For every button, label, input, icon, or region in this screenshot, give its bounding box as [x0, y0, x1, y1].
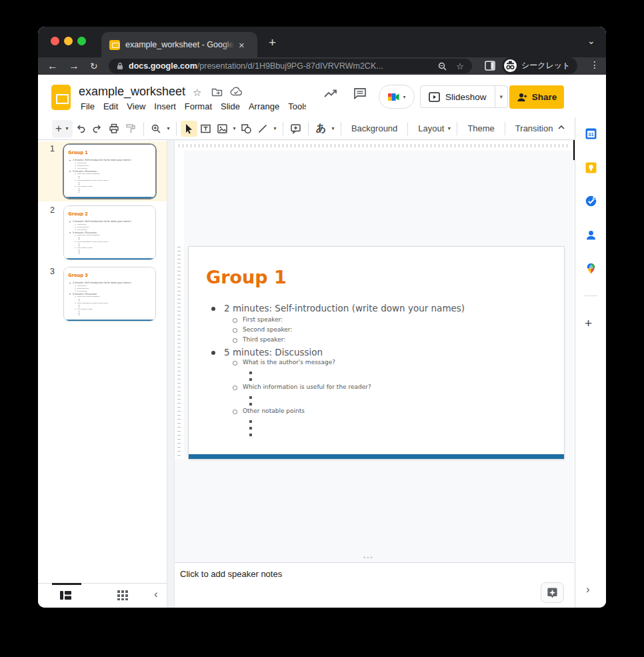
document-title[interactable]: example_worksheet — [79, 85, 185, 99]
spark-shield-icon — [546, 586, 559, 599]
close-window-button[interactable] — [51, 37, 59, 45]
zoom-window-button[interactable] — [77, 37, 86, 45]
incognito-badge: シークレット — [502, 57, 577, 74]
slide-bullet-level1[interactable]: 2 minutes: Self-introduction (write down… — [224, 303, 465, 313]
slideshow-button[interactable]: Slideshow ▾ — [420, 85, 508, 108]
zoom-page-icon[interactable] — [438, 62, 447, 71]
grid-view-button[interactable] — [117, 590, 128, 600]
slide-thumbnail-3[interactable]: Group 3 2 minutes: Self-introduction (wr… — [64, 267, 155, 321]
comment-history-icon[interactable] — [353, 87, 367, 99]
new-slide-caret-icon[interactable]: ▾ — [63, 125, 71, 131]
forward-button[interactable]: → — [69, 58, 79, 74]
menu-tools[interactable]: Tools — [288, 101, 306, 111]
new-tab-button[interactable]: + — [269, 35, 276, 50]
layout-button[interactable]: Layout — [412, 123, 445, 133]
zoom-caret-icon[interactable]: ▾ — [165, 125, 172, 131]
redo-button[interactable] — [89, 121, 106, 137]
menu-edit[interactable]: Edit — [103, 101, 118, 111]
speaker-notes-placeholder[interactable]: Click to add speaker notes — [180, 569, 282, 579]
menu-arrange[interactable]: Arrange — [249, 101, 279, 111]
filmstrip-row-1[interactable]: 1 Group 1 2 minutes: Self-introduction (… — [38, 141, 167, 201]
meet-button[interactable]: ▾ — [379, 85, 415, 109]
gemini-notes-button[interactable] — [541, 582, 564, 603]
get-addons-button[interactable]: + — [585, 316, 592, 331]
slide-bullet-level2[interactable]: Which information is useful for the read… — [243, 384, 371, 390]
slide-thumbnail-2[interactable]: Group 2 2 minutes: Self-introduction (wr… — [64, 206, 155, 259]
calendar-icon[interactable]: 31 — [585, 128, 597, 139]
current-slide[interactable]: Group 1 2 minutes: Self-introduction (wr… — [189, 247, 564, 459]
speaker-notes[interactable]: Click to add speaker notes — [175, 562, 575, 608]
bookmark-star-icon[interactable]: ☆ — [456, 61, 464, 71]
cloud-status-icon[interactable] — [230, 87, 242, 96]
star-document-icon[interactable]: ☆ — [193, 87, 201, 99]
menu-insert[interactable]: Insert — [154, 101, 176, 111]
text-box-button[interactable] — [197, 121, 214, 137]
slide-bullet-level1[interactable]: 5 minutes: Discussion — [224, 347, 323, 358]
tab-close-icon[interactable]: × — [239, 40, 245, 50]
maps-icon[interactable] — [585, 263, 597, 274]
keep-icon[interactable] — [585, 162, 597, 173]
slide-empty-sub-bullet — [249, 420, 252, 423]
thumb-bullet: First speaker: — [77, 162, 87, 164]
share-button[interactable]: Share — [509, 85, 564, 109]
filmstrip-canvas-divider[interactable] — [167, 140, 175, 608]
thumb-slide-title: Group 2 — [68, 211, 87, 217]
back-button[interactable]: ← — [47, 58, 58, 74]
menu-slide[interactable]: Slide — [221, 101, 240, 111]
slideshow-caret-icon[interactable]: ▾ — [495, 93, 508, 100]
thumb-sub-bullet — [79, 178, 79, 179]
slide-thumbnail-1[interactable]: Group 1 2 minutes: Self-introduction (wr… — [64, 145, 155, 198]
side-panel-icon[interactable] — [485, 61, 495, 71]
browser-menu-icon[interactable]: ⋮ — [590, 59, 599, 70]
menu-format[interactable]: Format — [185, 101, 212, 111]
slide-bullet-level2[interactable]: First speaker: — [243, 316, 283, 323]
activity-trend-icon[interactable] — [323, 88, 338, 100]
undo-button[interactable] — [73, 121, 89, 137]
tasks-icon[interactable] — [585, 195, 597, 207]
insert-shape-button[interactable] — [238, 121, 255, 137]
insert-line-button[interactable] — [255, 121, 271, 137]
slide-bullet-level2[interactable]: Third speaker: — [243, 336, 285, 343]
slides-header: example_worksheet ☆ File Edit View Inser… — [38, 75, 606, 117]
paint-format-button[interactable] — [123, 121, 139, 137]
zoom-button[interactable] — [148, 121, 165, 137]
print-button[interactable] — [106, 121, 123, 137]
thumb-bullet: 2 minutes: Self-introduction (write down… — [73, 281, 131, 284]
image-caret-icon[interactable]: ▾ — [231, 125, 238, 131]
show-side-panel-chevron-icon[interactable]: › — [586, 583, 590, 596]
theme-button[interactable]: Theme — [461, 123, 500, 133]
layout-caret-icon[interactable]: ▾ — [445, 125, 453, 131]
menu-view[interactable]: View — [127, 101, 145, 111]
background-button[interactable]: Background — [345, 123, 403, 133]
hide-menus-chevron-icon[interactable] — [557, 123, 566, 132]
insert-image-button[interactable] — [214, 121, 231, 137]
collapse-filmstrip-chevron-icon[interactable]: ‹ — [154, 588, 158, 601]
filmstrip-row-3[interactable]: 3 Group 3 2 minutes: Self-introduction (… — [38, 264, 167, 324]
line-caret-icon[interactable]: ▾ — [271, 125, 279, 131]
slide-bullet-level2[interactable]: Other notable points — [243, 408, 305, 414]
slide-bullet-level2[interactable]: Second speaker: — [243, 326, 292, 333]
menu-file[interactable]: File — [81, 101, 95, 111]
slide-title[interactable]: Group 1 — [206, 267, 287, 287]
browser-tab[interactable]: example_worksheet - Google S × — [101, 32, 257, 57]
meet-caret-icon: ▾ — [403, 94, 405, 100]
notes-resize-handle[interactable]: ••• — [363, 554, 373, 561]
filmstrip-row-2[interactable]: 2 Group 2 2 minutes: Self-introduction (… — [38, 203, 167, 263]
input-tools-button[interactable]: あ — [313, 121, 329, 137]
reload-button[interactable]: ↻ — [90, 58, 98, 74]
slide-bullet-level2[interactable]: What is the author's message? — [243, 359, 335, 366]
input-tools-caret-icon[interactable]: ▾ — [329, 125, 337, 131]
thumb-bullet: Which information is useful for the read… — [77, 179, 109, 181]
filmstrip-view-button[interactable] — [60, 590, 71, 600]
minimize-window-button[interactable] — [64, 37, 73, 45]
insert-comment-button[interactable] — [287, 121, 304, 137]
new-slide-button[interactable]: + — [54, 123, 63, 134]
contacts-icon[interactable] — [585, 229, 597, 241]
transition-button[interactable]: Transition — [509, 123, 559, 133]
address-bar[interactable]: docs.google.com/presentation/d/1H9Bbuj9P… — [109, 59, 472, 73]
move-folder-icon[interactable] — [211, 87, 223, 97]
slides-logo-icon[interactable] — [51, 85, 71, 110]
select-tool-button[interactable] — [181, 121, 197, 137]
tab-search-chevron-icon[interactable]: ⌄ — [587, 35, 595, 46]
thumb-accent-bar — [64, 258, 155, 259]
